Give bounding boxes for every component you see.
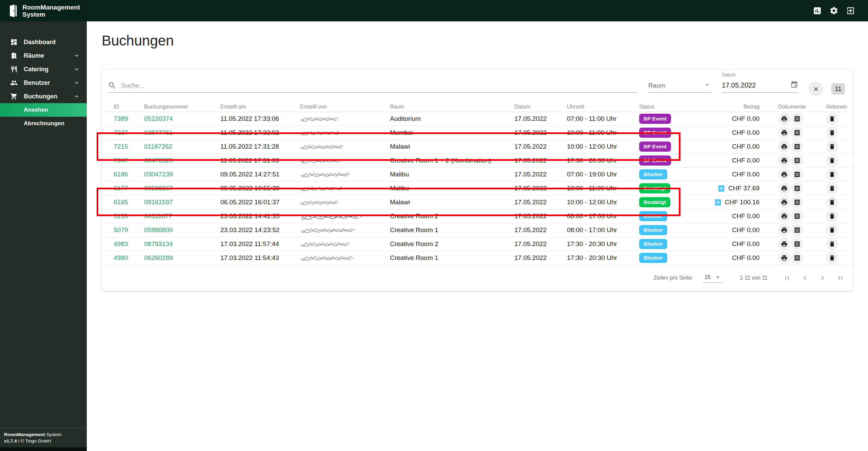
receipt-button[interactable] <box>791 127 803 139</box>
receipt-button[interactable] <box>791 140 803 153</box>
amount: CHF 37.69 <box>728 185 760 192</box>
room-name: Creative Room 2 <box>390 240 514 248</box>
column-header-id: ID <box>114 104 144 110</box>
sidebar-item-dashboard[interactable]: Dashboard <box>0 35 87 49</box>
booking-date: 17.05.2022 <box>514 129 567 136</box>
print-button[interactable] <box>778 113 790 125</box>
previous-page-button[interactable] <box>801 274 809 282</box>
print-button[interactable] <box>778 182 790 194</box>
booking-id-link[interactable]: 5139 <box>114 212 128 220</box>
print-button[interactable] <box>778 154 790 167</box>
sidebar-item-label: Buchungen <box>24 93 57 100</box>
sidebar-item-benutzer[interactable]: Benutzer <box>0 76 87 90</box>
next-page-button[interactable] <box>818 274 827 282</box>
column-header-aktionen: Aktionen <box>814 104 853 110</box>
room-name: Malawi <box>390 143 514 150</box>
receipt-button[interactable] <box>791 238 803 250</box>
delete-button[interactable] <box>826 140 838 153</box>
search-input[interactable] <box>121 82 637 89</box>
sidebar-item-r-ume[interactable]: Räume <box>0 49 87 62</box>
room-name: Creative Room 1 <box>390 254 514 262</box>
pagination-nav <box>783 274 844 282</box>
booking-number-link[interactable]: 09588267 <box>144 185 173 192</box>
logout-icon[interactable] <box>846 6 855 16</box>
room-select[interactable]: Raum <box>648 81 711 93</box>
booking-id-link[interactable]: 4983 <box>114 240 128 248</box>
booking-id-link[interactable]: 7389 <box>114 115 128 123</box>
last-page-button[interactable] <box>836 274 844 282</box>
print-button[interactable] <box>778 252 790 264</box>
receipt-button[interactable] <box>791 113 803 125</box>
receipt-button[interactable] <box>791 252 803 264</box>
clear-filters-button[interactable] <box>808 81 823 96</box>
subitem-label: Abrechnungen <box>24 120 64 127</box>
booking-number-link[interactable]: 08476325 <box>144 157 173 164</box>
receipt-icon <box>794 115 801 122</box>
first-page-button[interactable] <box>783 274 791 282</box>
receipt-button[interactable] <box>791 196 803 208</box>
settings-icon[interactable] <box>829 6 839 16</box>
booking-id-link[interactable]: 6165 <box>114 199 128 206</box>
calendar-icon[interactable] <box>790 81 798 90</box>
receipt-button[interactable] <box>791 154 803 167</box>
amount: CHF 0.00 <box>732 157 760 164</box>
bookings-card: Raum Datum 17.05.2022 11 IDBuchungsnumme… <box>102 70 853 291</box>
chevron-down-icon <box>73 79 80 86</box>
print-button[interactable] <box>778 196 790 208</box>
receipt-button[interactable] <box>791 210 803 222</box>
column-header-erstellt-von: Erstellt von <box>300 104 390 110</box>
booking-number-link[interactable]: 02877761 <box>144 129 173 136</box>
print-button[interactable] <box>778 140 790 153</box>
booking-id-link[interactable]: 7047 <box>114 157 128 164</box>
booking-number-link[interactable]: 08793134 <box>144 240 173 248</box>
booking-id-link[interactable]: 5079 <box>114 226 128 234</box>
receipt-button[interactable] <box>791 224 803 236</box>
print-button[interactable] <box>778 210 790 222</box>
sidebar-subitem-abrechnungen[interactable]: Abrechnungen <box>0 117 87 130</box>
delete-button[interactable] <box>826 210 838 222</box>
booking-number-link[interactable]: 05886800 <box>144 226 173 234</box>
search-field[interactable] <box>108 81 637 93</box>
statistics-icon[interactable] <box>812 6 822 16</box>
booking-number-link[interactable]: 04311677 <box>144 212 172 220</box>
sidebar-item-label: Dashboard <box>24 39 56 46</box>
sidebar-item-buchungen[interactable]: Buchungen <box>0 90 87 103</box>
booking-number-link[interactable]: 09161597 <box>144 199 173 206</box>
print-button[interactable] <box>778 168 790 181</box>
booking-number-link[interactable]: 06260289 <box>144 254 173 262</box>
booking-id-link[interactable]: 6177 <box>114 185 128 192</box>
print-button[interactable] <box>778 238 790 250</box>
booking-id-link[interactable]: 4980 <box>114 254 128 262</box>
status-badge: Blocker <box>639 211 667 221</box>
column-header-uhrzeit: Uhrzeit <box>567 104 639 110</box>
receipt-button[interactable] <box>791 168 803 181</box>
receipt-button[interactable] <box>791 182 803 194</box>
delete-button[interactable] <box>826 252 838 264</box>
sidebar-subitem-ansehen[interactable]: Ansehen <box>0 103 87 117</box>
result-count-badge: 11 <box>831 83 845 95</box>
receipt-icon[interactable] <box>714 199 722 206</box>
people-icon <box>10 79 18 87</box>
delete-button[interactable] <box>826 168 838 181</box>
booking-number-link[interactable]: 01187262 <box>144 143 172 150</box>
booking-number-link[interactable]: 05220374 <box>144 115 173 123</box>
delete-button[interactable] <box>826 224 838 236</box>
receipt-icon <box>794 199 801 206</box>
delete-button[interactable] <box>826 154 838 167</box>
sidebar-item-catering[interactable]: Catering <box>0 62 87 76</box>
booking-id-link[interactable]: 7227 <box>114 129 128 136</box>
date-field[interactable]: Datum 17.05.2022 <box>722 81 798 93</box>
delete-button[interactable] <box>826 113 838 125</box>
topbar-actions <box>812 6 868 16</box>
print-button[interactable] <box>778 224 790 236</box>
receipt-icon[interactable] <box>717 185 725 192</box>
delete-button[interactable] <box>826 127 838 139</box>
print-button[interactable] <box>778 127 790 139</box>
delete-button[interactable] <box>826 238 838 250</box>
booking-id-link[interactable]: 7215 <box>114 143 128 150</box>
delete-button[interactable] <box>826 196 838 208</box>
booking-id-link[interactable]: 6186 <box>114 171 128 178</box>
booking-number-link[interactable]: 03047239 <box>144 171 173 178</box>
rows-per-page-select[interactable]: 15 <box>703 274 722 283</box>
delete-button[interactable] <box>826 182 838 194</box>
